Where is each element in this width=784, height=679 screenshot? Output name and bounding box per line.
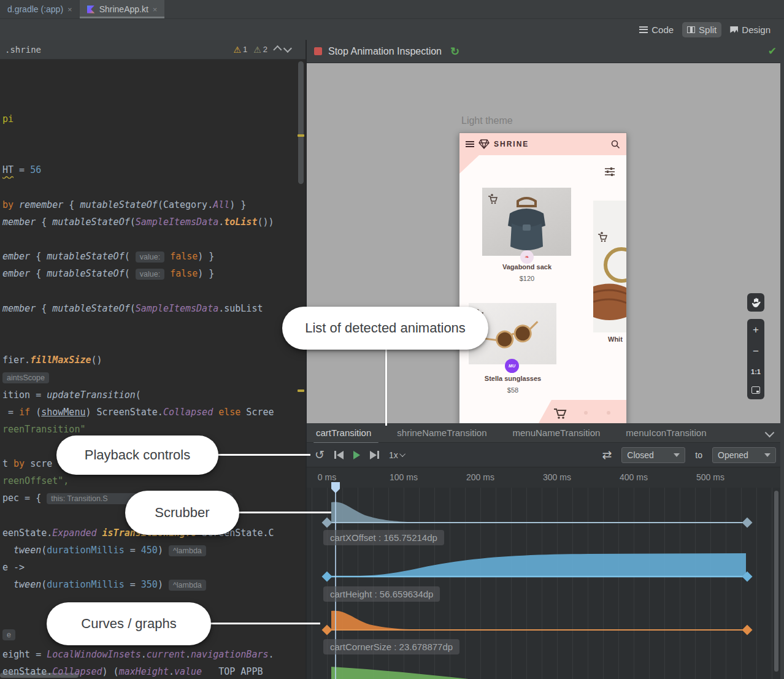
zoom-in-button[interactable]: + bbox=[753, 324, 759, 335]
code-token: reenTransition" bbox=[2, 424, 85, 435]
curve-value-label: cartCornerSize : 23.678877dp bbox=[323, 639, 459, 654]
close-tab-icon[interactable]: × bbox=[67, 5, 72, 14]
code-token: . bbox=[185, 649, 191, 660]
animation-tab-shrineNameTransition[interactable]: shrineNameTransition bbox=[396, 424, 488, 442]
theme-label: Light theme bbox=[461, 115, 513, 126]
code-token: ) } bbox=[198, 268, 214, 279]
code-token: if bbox=[19, 407, 30, 418]
error-stripe-mark[interactable] bbox=[298, 389, 304, 392]
code-token: ( bbox=[130, 303, 136, 314]
code-token: ember bbox=[2, 268, 30, 279]
editor-tab-shrineapp-kt[interactable]: ShrineApp.kt× bbox=[80, 0, 165, 18]
code-token: Collapsed bbox=[52, 666, 102, 677]
code-line: eenState.Collapsed) (maxHeight.value TOP… bbox=[2, 666, 263, 678]
warning-badge[interactable]: ⚠2 bbox=[253, 45, 267, 55]
search-icon[interactable] bbox=[610, 139, 620, 149]
code-line: t by scre bbox=[2, 458, 52, 470]
view-mode-code[interactable]: Code bbox=[634, 22, 678, 37]
product-price: $120 bbox=[478, 275, 576, 282]
code-token: = bbox=[13, 164, 30, 175]
code-token: false bbox=[164, 268, 198, 279]
breadcrumb[interactable]: .shrine bbox=[5, 45, 41, 55]
cart-icon bbox=[553, 407, 567, 420]
play-button[interactable] bbox=[353, 451, 360, 459]
product-image-belt[interactable] bbox=[593, 201, 626, 332]
code-line: aintsScope bbox=[2, 371, 49, 384]
to-state-select[interactable]: Opened bbox=[712, 447, 776, 463]
editor-tab-d-gradle-app-[interactable]: d.gradle (:app)× bbox=[0, 0, 80, 18]
inlay-hint: ^lambda bbox=[169, 545, 206, 556]
editor-vertical-scrollbar[interactable] bbox=[298, 61, 304, 184]
animation-preview-pane: Stop Animation Inspection ↻ ✔ Light them… bbox=[307, 40, 784, 679]
code-token: ( bbox=[125, 268, 136, 279]
previous-issue-icon[interactable] bbox=[273, 45, 282, 53]
code-line: ember { mutableStateOf( value: false) } bbox=[2, 267, 214, 280]
playback-controls: ↺ 1x ⇄ Closed to Opened bbox=[307, 443, 784, 467]
inlay-hint: ^lambda bbox=[169, 580, 206, 591]
code-line: ember { mutableStateOf( value: false) } bbox=[2, 250, 214, 263]
error-badge[interactable]: ⚠1 bbox=[233, 45, 247, 55]
stop-icon bbox=[314, 47, 322, 55]
timeline-ruler[interactable]: 0 ms100 ms200 ms300 ms400 ms500 ms bbox=[307, 467, 784, 488]
ruler-tick-label: 100 ms bbox=[390, 472, 418, 482]
tab-overflow-chevron-icon[interactable] bbox=[766, 428, 773, 439]
menu-icon[interactable] bbox=[466, 141, 474, 147]
playback-speed-select[interactable]: 1x bbox=[389, 450, 405, 460]
add-to-cart-icon[interactable] bbox=[597, 231, 608, 242]
code-token: . bbox=[269, 649, 274, 660]
code-token: mutableStateOf bbox=[52, 303, 129, 314]
add-to-cart-icon[interactable] bbox=[487, 193, 498, 204]
stop-animation-inspection-button[interactable]: Stop Animation Inspection bbox=[328, 46, 442, 57]
product-name: Stella sunglasses bbox=[463, 375, 563, 382]
zoom-to-fit-icon[interactable] bbox=[751, 386, 760, 394]
code-token: tween bbox=[13, 579, 41, 590]
zoom-out-button[interactable]: − bbox=[753, 346, 759, 356]
code-editor[interactable]: piHT = 56by remember { mutableStateOf(Ca… bbox=[0, 59, 306, 679]
close-tab-icon[interactable]: × bbox=[153, 5, 158, 14]
product-price: $58 bbox=[463, 386, 563, 394]
code-token: { bbox=[30, 251, 47, 262]
code-line: reenOffset", bbox=[2, 475, 69, 488]
loop-playback-icon[interactable]: ↺ bbox=[315, 449, 325, 461]
code-token: pec = { bbox=[2, 493, 47, 504]
ruler-tick-label: 200 ms bbox=[466, 472, 494, 482]
code-token: 450 bbox=[141, 545, 158, 556]
code-token: ) } bbox=[229, 199, 246, 210]
error-stripe-mark[interactable] bbox=[298, 134, 304, 137]
code-token: ( bbox=[125, 251, 136, 262]
animation-tab-menuIconTransition[interactable]: menuIconTransition bbox=[625, 424, 707, 442]
swap-states-icon[interactable]: ⇄ bbox=[602, 448, 612, 462]
brand-badge: MU bbox=[505, 359, 519, 373]
refresh-icon[interactable]: ↻ bbox=[450, 45, 459, 58]
code-token: by bbox=[13, 458, 25, 469]
skip-to-start-button[interactable] bbox=[334, 451, 344, 459]
inlay-hint: aintsScope bbox=[2, 372, 49, 383]
callout-line-playback bbox=[217, 454, 310, 456]
tab-label: d.gradle (:app) bbox=[7, 4, 63, 14]
success-check-icon: ✔ bbox=[768, 45, 777, 58]
animation-tab-menuNameTransition[interactable]: menuNameTransition bbox=[511, 424, 601, 442]
timeline-scrollbar[interactable] bbox=[774, 491, 778, 672]
zoom-actual-size-button[interactable]: 1:1 bbox=[751, 368, 761, 375]
view-mode-design[interactable]: Design bbox=[725, 22, 775, 37]
callout-scrubber: Scrubber bbox=[125, 491, 239, 535]
code-token: Expanded bbox=[52, 527, 96, 539]
skip-to-end-button[interactable] bbox=[370, 451, 379, 459]
cart-bottom-sheet[interactable] bbox=[536, 400, 626, 423]
filter-tune-icon[interactable] bbox=[604, 167, 615, 177]
code-token bbox=[2, 545, 13, 556]
inlay-hint: e bbox=[2, 629, 15, 640]
from-state-select[interactable]: Closed bbox=[621, 447, 685, 463]
ruler-tick-label: 400 ms bbox=[620, 472, 648, 482]
inlay-hint: value: bbox=[136, 251, 164, 263]
next-issue-icon[interactable] bbox=[283, 44, 292, 52]
code-line: fier.fillMaxSize() bbox=[2, 354, 102, 367]
ruler-tick-label: 500 ms bbox=[696, 472, 724, 482]
code-line: member { mutableStateOf(SampleItemsData.… bbox=[2, 302, 263, 315]
code-token bbox=[213, 407, 218, 418]
view-mode-split[interactable]: Split bbox=[682, 22, 721, 37]
animation-tab-cartTransition[interactable]: cartTransition bbox=[315, 424, 372, 442]
pan-tool-button[interactable] bbox=[747, 293, 764, 312]
code-token: navigationBars bbox=[191, 649, 268, 660]
code-line: ition = updateTransition( bbox=[2, 389, 141, 402]
